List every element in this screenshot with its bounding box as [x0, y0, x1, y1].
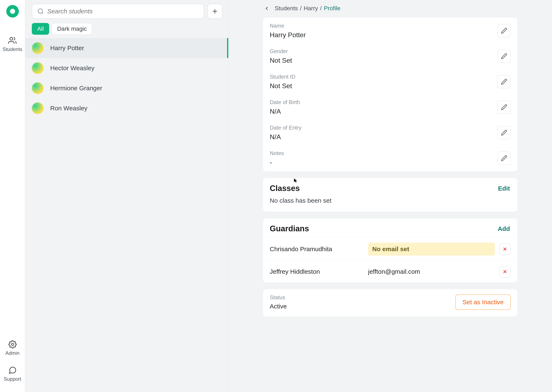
add-student-button[interactable] — [207, 4, 222, 19]
field-value: N/A — [270, 133, 497, 141]
chat-icon — [8, 366, 17, 374]
student-name: Hermione Granger — [50, 85, 102, 92]
avatar — [32, 42, 44, 54]
svg-point-2 — [38, 9, 43, 13]
profile-field-student-id: Student IDNot Set — [263, 69, 517, 95]
plus-icon — [211, 7, 219, 15]
crumb-mid[interactable]: Harry — [304, 5, 318, 12]
guardian-row: Jeffrey Hiddlestonjeffton@gmail.com — [263, 260, 517, 282]
guardian-email: jeffton@gmail.com — [368, 268, 499, 275]
classes-title: Classes — [270, 184, 300, 193]
nav-support-label: Support — [4, 376, 21, 382]
field-value: - — [270, 159, 497, 166]
field-value: Not Set — [270, 57, 497, 64]
student-list: Harry PotterHector WeasleyHermione Grang… — [25, 38, 228, 118]
student-name: Hector Weasley — [50, 64, 94, 72]
pencil-icon — [501, 28, 507, 34]
pencil-icon — [501, 53, 507, 59]
add-guardian-button[interactable]: Add — [498, 225, 510, 232]
guardian-name: Chrisando Pramudhita — [270, 245, 368, 253]
nav-students-label: Students — [2, 46, 22, 52]
search-input[interactable] — [47, 8, 199, 15]
edit-field-button[interactable] — [497, 100, 511, 114]
field-value: Not Set — [270, 82, 497, 90]
avatar — [32, 82, 44, 94]
svg-point-1 — [12, 343, 14, 345]
profile-field-name: NameHarry Potter — [263, 18, 517, 44]
field-label: Student ID — [270, 74, 497, 80]
field-label: Date of Entry — [270, 125, 497, 131]
status-label: Status — [270, 294, 455, 301]
svg-point-0 — [10, 37, 13, 40]
back-icon[interactable] — [264, 6, 270, 11]
nav-support[interactable]: Support — [4, 366, 21, 382]
student-row[interactable]: Hermione Granger — [25, 78, 228, 98]
breadcrumb: Students / Harry / Profile — [263, 5, 517, 12]
pencil-icon — [501, 155, 507, 161]
status-card: Status Active Set as Inactive — [263, 289, 517, 316]
edit-field-button[interactable] — [497, 75, 511, 88]
pencil-icon — [501, 78, 507, 85]
field-value: Harry Potter — [270, 31, 497, 39]
field-label: Name — [270, 22, 497, 29]
remove-guardian-button[interactable] — [499, 243, 511, 255]
classes-empty-text: No class has been set — [263, 197, 517, 212]
guardian-name: Jeffrey Hiddleston — [270, 268, 368, 275]
remove-guardian-button[interactable] — [499, 266, 511, 278]
edit-field-button[interactable] — [497, 24, 511, 37]
nav-students[interactable]: Students — [2, 36, 22, 52]
avatar — [32, 62, 44, 74]
nav-rail: Students Admin Support — [0, 0, 25, 392]
guardians-title: Guardians — [270, 224, 309, 233]
filter-chip-all[interactable]: All — [32, 23, 49, 35]
profile-field-notes: Notes- — [263, 146, 517, 171]
search-icon — [37, 8, 44, 15]
edit-field-button[interactable] — [497, 126, 511, 139]
status-value: Active — [270, 303, 455, 310]
nav-admin-label: Admin — [5, 350, 20, 356]
edit-classes-button[interactable]: Edit — [498, 185, 510, 192]
search-field[interactable] — [32, 4, 204, 19]
filter-chips: AllDark magic — [25, 19, 228, 38]
filter-chip-dark-magic[interactable]: Dark magic — [52, 23, 92, 35]
profile-card: NameHarry PotterGenderNot SetStudent IDN… — [263, 18, 517, 171]
student-name: Ron Weasley — [50, 105, 87, 112]
field-label: Notes — [270, 150, 497, 156]
student-row[interactable]: Harry Potter — [25, 38, 228, 58]
guardians-card: Guardians Add Chrisando PramudhitaNo ema… — [263, 218, 517, 282]
users-icon — [8, 36, 16, 45]
profile-field-date-of-birth: Date of BirthN/A — [263, 95, 517, 120]
classes-card: Classes Edit No class has been set — [263, 178, 517, 212]
profile-field-date-of-entry: Date of EntryN/A — [263, 120, 517, 146]
nav-admin[interactable]: Admin — [5, 340, 20, 356]
student-row[interactable]: Ron Weasley — [25, 98, 228, 118]
crumb-root[interactable]: Students — [275, 5, 298, 12]
crumb-leaf: Profile — [324, 5, 341, 12]
edit-field-button[interactable] — [497, 152, 511, 165]
field-label: Gender — [270, 48, 497, 55]
avatar — [32, 102, 44, 114]
student-list-panel: AllDark magic Harry PotterHector Weasley… — [25, 0, 228, 392]
pencil-icon — [501, 104, 507, 110]
edit-field-button[interactable] — [497, 49, 511, 63]
student-row[interactable]: Hector Weasley — [25, 58, 228, 78]
detail-panel: Students / Harry / Profile NameHarry Pot… — [228, 0, 552, 392]
gear-icon — [8, 340, 17, 349]
close-icon — [502, 269, 508, 274]
guardian-no-email-badge: No email set — [368, 243, 495, 256]
guardian-row: Chrisando PramudhitaNo email set — [263, 237, 517, 260]
profile-field-gender: GenderNot Set — [263, 44, 517, 69]
pencil-icon — [501, 130, 507, 136]
app-logo[interactable] — [6, 5, 19, 18]
student-name: Harry Potter — [50, 44, 84, 52]
set-inactive-button[interactable]: Set as Inactive — [455, 294, 511, 310]
close-icon — [502, 246, 508, 252]
field-label: Date of Birth — [270, 99, 497, 105]
svg-line-3 — [42, 13, 43, 14]
field-value: N/A — [270, 108, 497, 115]
